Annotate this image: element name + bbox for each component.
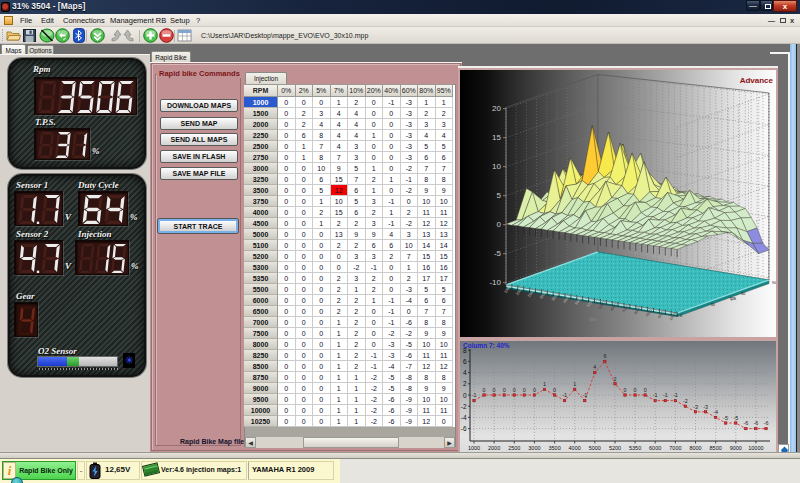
svg-text:-4: -4 bbox=[713, 409, 718, 415]
svg-text:60: 60 bbox=[741, 292, 745, 296]
svg-text:6: 6 bbox=[463, 358, 467, 365]
svg-text:6000: 6000 bbox=[649, 445, 661, 451]
svg-text:-3: -3 bbox=[703, 404, 708, 410]
svg-text:tps: tps bbox=[730, 296, 737, 301]
svg-text:rpm: rpm bbox=[589, 317, 597, 322]
svg-text:-5: -5 bbox=[494, 249, 502, 258]
svg-text:2: 2 bbox=[614, 376, 617, 382]
svg-text:0: 0 bbox=[463, 392, 467, 399]
svg-text:0: 0 bbox=[634, 387, 637, 393]
svg-text:-4: -4 bbox=[461, 414, 467, 421]
svg-text:-2: -2 bbox=[683, 398, 688, 404]
svg-text:8500: 8500 bbox=[710, 445, 722, 451]
svg-text:-1: -1 bbox=[673, 392, 678, 398]
svg-text:10: 10 bbox=[492, 162, 501, 171]
svg-text:0: 0 bbox=[523, 387, 526, 393]
svg-text:15: 15 bbox=[492, 133, 501, 142]
svg-text:8000: 8000 bbox=[689, 445, 701, 451]
svg-text:-2: -2 bbox=[461, 403, 467, 410]
svg-text:-6: -6 bbox=[764, 420, 769, 426]
svg-text:4: 4 bbox=[593, 364, 596, 370]
svg-text:3500: 3500 bbox=[548, 445, 560, 451]
svg-text:0: 0 bbox=[503, 387, 506, 393]
svg-text:30: 30 bbox=[711, 303, 715, 307]
svg-text:-5: -5 bbox=[723, 415, 728, 421]
svg-text:0: 0 bbox=[533, 387, 536, 393]
svg-text:0: 0 bbox=[513, 387, 516, 393]
svg-text:-6: -6 bbox=[744, 420, 749, 426]
svg-text:-1: -1 bbox=[653, 392, 658, 398]
svg-text:0: 0 bbox=[497, 220, 502, 229]
svg-text:-3: -3 bbox=[693, 404, 698, 410]
svg-text:-5: -5 bbox=[733, 415, 738, 421]
svg-text:6: 6 bbox=[603, 353, 606, 359]
svg-text:5350: 5350 bbox=[629, 445, 641, 451]
svg-text:0: 0 bbox=[483, 387, 486, 393]
svg-text:0: 0 bbox=[553, 387, 556, 393]
svg-text:9000: 9000 bbox=[730, 445, 742, 451]
svg-text:-10: -10 bbox=[489, 278, 501, 287]
svg-text:2: 2 bbox=[463, 380, 467, 387]
svg-text:1: 1 bbox=[573, 381, 576, 387]
svg-text:2500: 2500 bbox=[508, 445, 520, 451]
svg-text:-1: -1 bbox=[582, 392, 587, 398]
svg-text:0: 0 bbox=[624, 387, 627, 393]
svg-text:-6: -6 bbox=[461, 425, 467, 432]
svg-text:0: 0 bbox=[493, 387, 496, 393]
svg-text:20: 20 bbox=[492, 104, 501, 113]
svg-text:5200: 5200 bbox=[609, 445, 621, 451]
svg-text:-1: -1 bbox=[472, 392, 477, 398]
svg-text:4000: 4000 bbox=[569, 445, 581, 451]
svg-text:0: 0 bbox=[680, 314, 682, 318]
svg-text:3000: 3000 bbox=[528, 445, 540, 451]
svg-text:5: 5 bbox=[497, 191, 502, 200]
svg-text:10000: 10000 bbox=[748, 445, 763, 451]
svg-text:1: 1 bbox=[543, 381, 546, 387]
svg-text:7000: 7000 bbox=[669, 445, 681, 451]
svg-text:-6: -6 bbox=[754, 420, 759, 426]
svg-text:2000: 2000 bbox=[488, 445, 500, 451]
svg-text:-1: -1 bbox=[562, 392, 567, 398]
svg-text:0: 0 bbox=[644, 387, 647, 393]
svg-text:4: 4 bbox=[463, 369, 467, 376]
svg-text:-1: -1 bbox=[663, 392, 668, 398]
svg-text:1000: 1000 bbox=[468, 445, 480, 451]
svg-text:90: 90 bbox=[772, 281, 776, 285]
svg-text:5000: 5000 bbox=[589, 445, 601, 451]
